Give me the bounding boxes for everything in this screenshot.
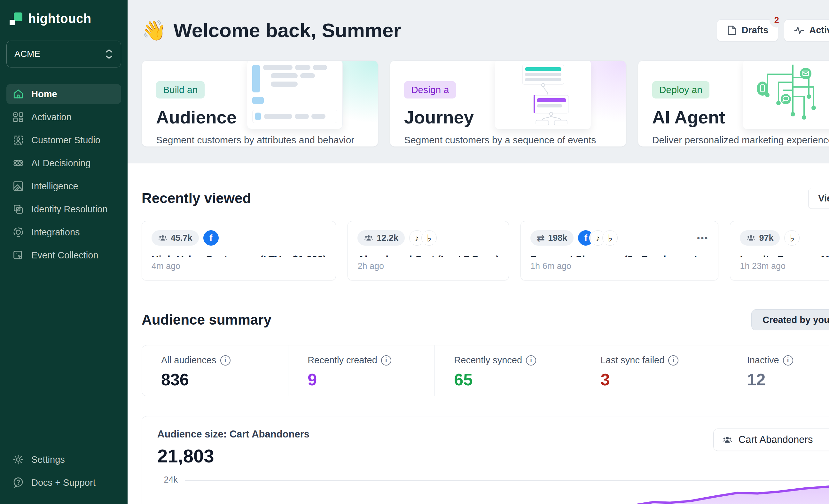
selected-audience: Cart Abandoners <box>738 434 813 445</box>
integrations-icon <box>12 226 24 238</box>
stat-recently-synced: Recently synced i 65 <box>434 346 581 396</box>
stat-last-sync-failed: Last sync failed i 3 <box>581 346 727 396</box>
build-audience-card[interactable]: Build an Audience Segment customers by a… <box>142 61 378 147</box>
people-icon <box>722 434 733 445</box>
audience-name: Abandoned Cart (Last 7 Days) <box>357 254 499 257</box>
audience-select-dropdown[interactable]: Cart Abandoners <box>713 429 829 451</box>
audience-name: Frequent Shoppers (3+ Purchases L... <box>530 254 709 257</box>
sidebar-nav: Home Activation Customer Studio AI Decis… <box>6 84 121 265</box>
audience-size-chart-card: Audience size: Cart Abandoners 21,803 Ca… <box>142 416 829 504</box>
app-root: hightouch ACME Home Activation Customer … <box>0 0 829 504</box>
stat-recently-created: Recently created i 9 <box>288 346 434 396</box>
braze-icon: ♭ <box>784 230 800 246</box>
audience-stats-card: All audiences i 836 Recently created i 9… <box>142 345 829 396</box>
stat-value: 3 <box>601 370 727 389</box>
sidebar-item-ai-decisioning[interactable]: AI Decisioning <box>6 153 121 173</box>
sidebar-item-identity-resolution[interactable]: Identity Resolution <box>6 199 121 219</box>
last-viewed-time: 1h 23m ago <box>740 261 829 271</box>
recent-audience-card[interactable]: 12.2k ♪ ♭ Abandoned Cart (Last 7 Days) 2… <box>348 221 509 281</box>
people-icon <box>158 233 168 243</box>
sidebar-item-label: Customer Studio <box>31 135 100 145</box>
braze-icon: ♭ <box>421 230 437 246</box>
last-viewed-time: 1h 6m ago <box>530 261 709 271</box>
sidebar-item-label: Activation <box>31 112 72 122</box>
stat-inactive: Inactive i 12 <box>728 346 829 396</box>
info-icon[interactable]: i <box>381 355 391 365</box>
hightouch-logo[interactable]: hightouch <box>6 9 121 26</box>
document-icon <box>727 25 737 36</box>
sidebar-item-label: Home <box>31 89 57 100</box>
recent-audience-card[interactable]: 45.7k f High-Value Customers (LTV > $1,0… <box>142 221 336 281</box>
ai-agent-illustration <box>743 61 829 129</box>
audience-summary-title: Audience summary <box>142 312 272 328</box>
sidebar-item-label: Event Collection <box>31 250 99 261</box>
view-more-button[interactable]: View more <box>808 188 829 209</box>
audience-size-chart: 24k 16k <box>157 476 829 504</box>
hero-description: Segment customers by attributes and beha… <box>156 135 364 145</box>
gear-icon <box>12 454 24 466</box>
last-viewed-time: 2h ago <box>357 261 499 271</box>
chart-title: Audience size: Cart Abandoners <box>157 429 310 440</box>
audience-size-pill: ⇄ 198k <box>530 230 574 246</box>
workspace-name: ACME <box>14 49 40 59</box>
sidebar-item-activation[interactable]: Activation <box>6 107 121 127</box>
hero-description: Deliver personalized marketing experienc… <box>652 135 829 145</box>
wave-emoji: 👋 <box>142 19 166 42</box>
page-title: 👋 Welcome back, Summer <box>142 19 401 42</box>
workspace-selector[interactable]: ACME <box>6 41 121 68</box>
sidebar-item-label: Intelligence <box>31 181 78 191</box>
sidebar-item-integrations[interactable]: Integrations <box>6 222 121 242</box>
hightouch-logo-icon <box>9 12 23 26</box>
chart-current-value: 21,803 <box>157 445 310 467</box>
activity-feed-button[interactable]: Activity feed <box>784 20 829 41</box>
stat-value: 12 <box>747 370 829 389</box>
sidebar-item-intelligence[interactable]: Intelligence <box>6 176 121 196</box>
sidebar: hightouch ACME Home Activation Customer … <box>0 0 128 504</box>
deploy-ai-agent-card[interactable]: Deploy an AI Agent Deliver personalized … <box>638 61 829 147</box>
hero-badge: Build an <box>156 81 205 99</box>
journey-illustration <box>495 61 591 129</box>
top-section: 👋 Welcome back, Summer Drafts 2 Activity… <box>128 0 829 164</box>
sidebar-item-label: Identity Resolution <box>31 204 108 215</box>
info-icon[interactable]: i <box>668 355 678 365</box>
info-icon[interactable]: i <box>220 355 230 365</box>
stat-value: 65 <box>454 370 581 389</box>
audience-area-chart <box>185 476 829 504</box>
ai-decisioning-icon <box>12 157 24 169</box>
activation-icon <box>12 111 24 123</box>
intelligence-icon <box>12 180 24 192</box>
syncs-icon: ⇄ <box>537 232 545 244</box>
audience-name: High-Value Customers (LTV > $1,000) <box>151 254 326 257</box>
audience-name: Loyalty Program Members <box>740 254 829 257</box>
sidebar-item-label: AI Decisioning <box>31 158 91 169</box>
recently-viewed-title: Recently viewed <box>142 190 251 206</box>
overflow-menu-icon[interactable]: ••• <box>697 233 709 243</box>
help-bubble-icon <box>12 476 24 489</box>
last-viewed-time: 4m ago <box>151 261 326 271</box>
customer-studio-icon <box>12 134 24 146</box>
sidebar-item-event-collection[interactable]: Event Collection <box>6 245 121 265</box>
home-icon <box>12 88 24 100</box>
sidebar-item-settings[interactable]: Settings <box>6 449 121 469</box>
identity-resolution-icon <box>12 203 24 215</box>
info-icon[interactable]: i <box>526 355 536 365</box>
audience-size-pill: 12.2k <box>357 230 405 246</box>
y-axis-tick: 24k <box>157 475 178 485</box>
design-journey-card[interactable]: Design a Journey Segment customers by a … <box>390 61 626 147</box>
sidebar-item-customer-studio[interactable]: Customer Studio <box>6 130 121 150</box>
sidebar-item-label: Integrations <box>31 227 80 238</box>
recent-audience-card[interactable]: 97k ♭ Loyalty Program Members 1h 23m ago <box>730 221 829 281</box>
stat-value: 9 <box>308 370 434 389</box>
sidebar-item-docs-support[interactable]: Docs + Support <box>6 473 121 493</box>
lower-section: Recently viewed View more 45.7k f <box>128 164 829 504</box>
recent-audience-card[interactable]: ⇄ 198k f ♪ ♭ ••• Frequent Shoppers (3+ P… <box>520 221 718 281</box>
sidebar-item-label: Docs + Support <box>31 477 96 488</box>
sidebar-item-home[interactable]: Home <box>6 84 121 104</box>
filter-created-by-you[interactable]: Created by you <box>752 310 829 330</box>
drafts-button[interactable]: Drafts 2 <box>717 20 778 41</box>
sidebar-item-label: Settings <box>31 455 65 465</box>
people-icon <box>746 233 756 243</box>
hero-description: Segment customers by a sequence of event… <box>404 135 612 145</box>
hero-badge: Design a <box>404 81 456 99</box>
info-icon[interactable]: i <box>783 355 793 365</box>
